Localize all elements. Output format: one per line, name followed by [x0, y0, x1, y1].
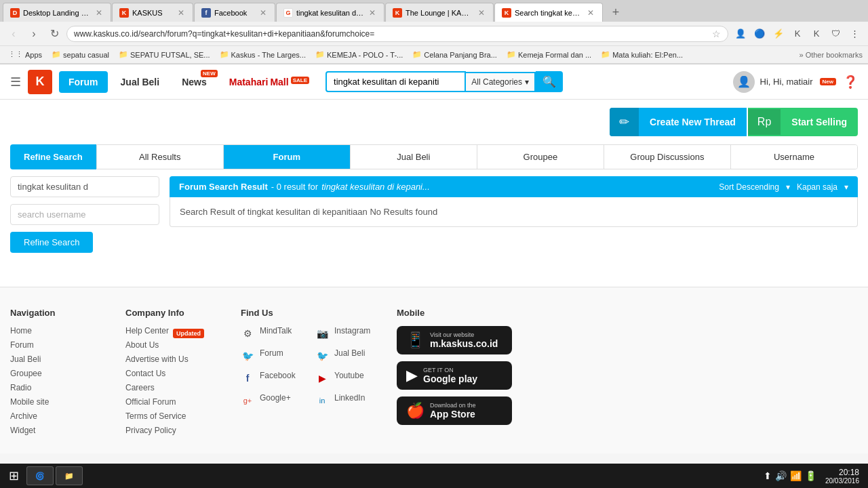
find-link-linkedin[interactable]: LinkedIn — [334, 393, 365, 403]
nav-jual-beli[interactable]: Jual Beli — [111, 71, 170, 93]
tab-all-results[interactable]: All Results — [97, 145, 224, 169]
help-button[interactable]: ❓ — [843, 75, 858, 89]
search-category-dropdown[interactable]: All Categories ▾ — [466, 72, 536, 92]
footer-link-radio[interactable]: Radio — [10, 383, 105, 392]
footer-link-forum[interactable]: Forum — [10, 340, 105, 350]
extension-btn-5[interactable]: 🛡 — [827, 26, 844, 42]
tab-close-desktop[interactable]: ✕ — [94, 8, 104, 18]
refine-search-tab[interactable]: Refine Search — [10, 144, 96, 169]
address-bar[interactable]: www.kaskus.co.id/search/forum?q=tingkat+… — [66, 26, 728, 42]
footer-link-jual-beli[interactable]: Jual Beli — [10, 354, 105, 364]
find-jual-beli-twitter[interactable]: 🐦 Jual Beli — [315, 348, 376, 363]
folder-icon-1: 📁 — [52, 50, 61, 59]
search-button[interactable]: 🔍 — [536, 71, 563, 92]
tab-google[interactable]: G tingkat kesulitan di kepani... ✕ — [276, 3, 384, 22]
footer-link-home[interactable]: Home — [10, 326, 105, 336]
tab-forum[interactable]: Forum — [224, 145, 351, 169]
tab-desktop[interactable]: D Desktop Landing Page ✕ — [3, 3, 111, 22]
tab-facebook[interactable]: f Facebook ✕ — [194, 3, 275, 22]
app-store-button[interactable]: 🍎 Download on the App Store — [397, 396, 512, 425]
tab-groupee[interactable]: Groupee — [477, 145, 604, 169]
results-header: Forum Search Result - 0 result for tingk… — [170, 176, 858, 197]
new-tab-button[interactable]: + — [606, 3, 625, 22]
reload-button[interactable]: ↻ — [46, 26, 62, 42]
tab-close-search[interactable]: ✕ — [586, 8, 595, 18]
find-instagram[interactable]: 📷 Instagram — [315, 326, 376, 340]
bookmark-futsal[interactable]: 📁 SEPATU FUTSAL, SE... — [116, 49, 213, 60]
bookmark-kemeja2[interactable]: 📁 Kemeja Formal dan ... — [504, 49, 594, 60]
footer-link-advertise[interactable]: Advertise with Us — [125, 354, 220, 364]
find-googleplus[interactable]: g+ Google+ — [241, 393, 302, 407]
bookmark-kemeja[interactable]: 📁 KEMEJA - POLO - T-... — [313, 49, 406, 60]
nav-mall[interactable]: Matahari Mall SALE — [220, 71, 319, 93]
tab-jual-beli[interactable]: Jual Beli — [351, 145, 477, 169]
footer-link-contact[interactable]: Contact Us — [125, 369, 220, 378]
footer-link-official-forum[interactable]: Official Forum — [125, 397, 220, 407]
find-linkedin[interactable]: in LinkedIn — [315, 393, 376, 407]
twitter-jb-icon: 🐦 — [315, 349, 329, 363]
find-link-jual-beli-twitter[interactable]: Jual Beli — [334, 348, 365, 358]
google-play-button[interactable]: ▶ GET IT ON Google play — [397, 361, 512, 390]
find-mindtalk[interactable]: ⚙ MindTalk — [241, 326, 302, 340]
bookmark-celana[interactable]: 📁 Celana Panjang Bra... — [410, 49, 500, 60]
hamburger-menu[interactable]: ☰ — [10, 75, 21, 89]
find-link-youtube[interactable]: Youtube — [334, 371, 364, 380]
app-store-main: 🍎 Download on the App Store — [406, 402, 502, 420]
footer-link-widget[interactable]: Widget — [10, 426, 105, 435]
create-thread-button[interactable]: ✏ Create New Thread — [610, 108, 747, 136]
header-right: 👤 Hi, Hi, matiair New ❓ — [733, 71, 858, 93]
find-link-instagram[interactable]: Instagram — [334, 326, 370, 336]
find-forum-twitter[interactable]: 🐦 Forum — [241, 348, 302, 363]
footer-link-groupee[interactable]: Groupee — [10, 369, 105, 378]
forward-button[interactable]: › — [26, 26, 42, 42]
tab-lounge[interactable]: K The Lounge | KASKUS ✕ — [385, 3, 494, 22]
tab-username[interactable]: Username — [731, 145, 857, 169]
find-youtube[interactable]: ▶ Youtube — [315, 371, 376, 385]
bookmark-star[interactable]: ☆ — [712, 28, 721, 39]
nav-news[interactable]: News NEW — [172, 71, 216, 93]
mobile-website-button[interactable]: 📱 Visit our website m.kaskus.co.id — [397, 326, 512, 354]
mobile-btn-main: 📱 Visit our website m.kaskus.co.id — [406, 331, 502, 349]
find-link-googleplus[interactable]: Google+ — [260, 393, 291, 403]
search-input[interactable] — [326, 71, 466, 92]
site-logo[interactable]: K — [28, 70, 52, 94]
tab-group-discussions[interactable]: Group Discussions — [604, 145, 731, 169]
bookmark-sepatu[interactable]: 📁 sepatu casual — [49, 49, 112, 60]
profile-button[interactable]: 👤 — [732, 26, 749, 42]
tab-close-kaskus[interactable]: ✕ — [176, 8, 186, 18]
tab-kaskus[interactable]: K KASKUS ✕ — [112, 3, 193, 22]
tab-close-g[interactable]: ✕ — [368, 8, 377, 18]
extension-btn-3[interactable]: K — [789, 26, 806, 42]
find-link-forum-twitter[interactable]: Forum — [260, 348, 283, 358]
footer-link-archive[interactable]: Archive — [10, 411, 105, 421]
refine-search-button[interactable]: Refine Search — [10, 232, 93, 253]
find-link-facebook[interactable]: Facebook — [260, 371, 296, 380]
footer-link-careers[interactable]: Careers — [125, 383, 220, 392]
footer-link-about[interactable]: About Us — [125, 340, 220, 350]
tab-close-fb[interactable]: ✕ — [258, 8, 268, 18]
nav-forum[interactable]: Forum — [59, 71, 108, 93]
tab-search[interactable]: K Search tingkat kesulitan d ✕ — [494, 3, 603, 22]
refine-search-input[interactable] — [10, 176, 159, 197]
bookmark-apps[interactable]: ⋮⋮ Apps — [5, 49, 45, 60]
extension-btn-4[interactable]: K — [808, 26, 825, 42]
result-title: Forum Search Result — [179, 182, 268, 192]
tab-label-g: tingkat kesulitan di kepani... — [296, 9, 364, 17]
tab-close-lounge[interactable]: ✕ — [477, 8, 486, 18]
menu-button[interactable]: ⋮ — [846, 26, 863, 42]
bookmarks-more[interactable]: » Other bookmarks — [799, 51, 863, 59]
start-selling-button[interactable]: Rp Start Selling — [748, 108, 858, 136]
footer-link-terms[interactable]: Terms of Service — [125, 411, 220, 421]
extension-btn-2[interactable]: ⚡ — [770, 26, 787, 42]
footer-link-privacy[interactable]: Privacy Policy — [125, 426, 220, 435]
refine-username-input[interactable] — [10, 204, 159, 225]
bookmark-kaskus[interactable]: 📁 Kaskus - The Larges... — [217, 49, 309, 60]
find-facebook[interactable]: f Facebook — [241, 371, 302, 385]
extension-btn-1[interactable]: 🔵 — [751, 26, 768, 42]
back-button[interactable]: ‹ — [5, 26, 22, 42]
footer-link-mobile-site[interactable]: Mobile site — [10, 397, 105, 407]
footer-link-help[interactable]: Help Center — [125, 326, 169, 336]
find-link-mindtalk[interactable]: MindTalk — [260, 326, 292, 336]
user-area[interactable]: 👤 Hi, Hi, matiair New — [733, 71, 836, 93]
bookmark-mata[interactable]: 📁 Mata kuliah: El:Pen... — [598, 49, 686, 60]
